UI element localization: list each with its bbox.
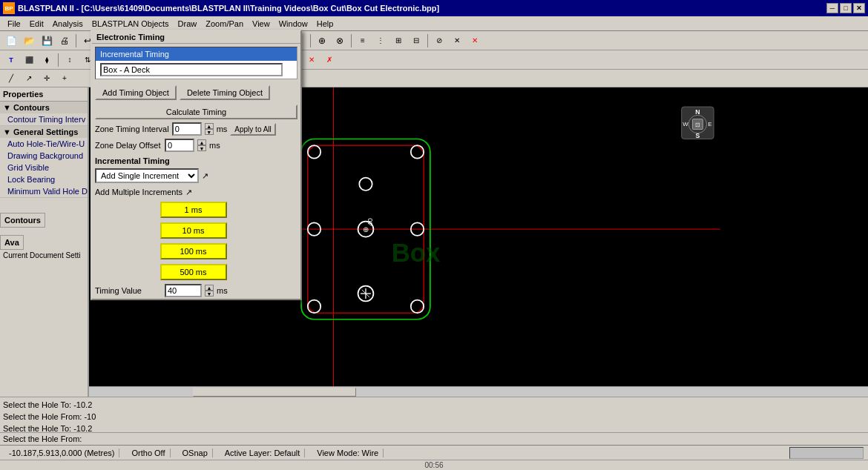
h-scrollbar-thumb[interactable]: [193, 388, 356, 397]
svg-text:⊡: ⊡: [695, 122, 700, 128]
select-line-0: Select the Hole To: -10.2: [3, 399, 865, 411]
timing-value-spinners: ▲ ▼: [205, 285, 214, 297]
available-tab[interactable]: Ava: [0, 235, 24, 250]
calculate-timing-row: Calculate Timing: [92, 103, 300, 121]
menu-view[interactable]: View: [248, 18, 274, 30]
ortho-status[interactable]: Ortho Off: [127, 449, 170, 457]
contours-group-header[interactable]: ▼ Contours: [0, 102, 88, 113]
expand-icon: ▼: [3, 103, 11, 112]
menu-help[interactable]: Help: [312, 18, 338, 30]
tb2-2[interactable]: ⬛: [21, 52, 37, 68]
svg-text:⊕: ⊕: [363, 225, 369, 234]
tb-t13[interactable]: ✕: [449, 33, 465, 49]
drawing-bg-item[interactable]: Drawing Background: [0, 150, 88, 162]
timing-value-input[interactable]: [165, 284, 202, 297]
tb-t12[interactable]: ⊘: [431, 33, 447, 49]
grid-visible-item[interactable]: Grid Visible: [0, 162, 88, 173]
sep5: [310, 34, 311, 47]
h-scrollbar[interactable]: [89, 386, 868, 397]
contours-tab[interactable]: Contours: [0, 213, 45, 228]
zone-delay-label: Zone Delay Offset: [95, 141, 162, 150]
content-area: Properties ▼ Contours Contour Timing Int…: [0, 87, 868, 397]
layer-status: Active Layer: Default: [220, 449, 306, 457]
tb-t6[interactable]: ⊕: [314, 33, 330, 49]
svg-text:Box: Box: [392, 239, 441, 267]
tb2-18[interactable]: ✗: [321, 52, 338, 68]
menu-edit[interactable]: Edit: [25, 18, 48, 30]
add-single-icon: ↗: [202, 171, 208, 181]
infobar: 00:56: [0, 460, 868, 470]
zone-delay-down[interactable]: ▼: [197, 145, 206, 151]
titlebar: BP BLASTPLAN II - [C:\Users\61409\Docume…: [0, 0, 868, 16]
tb3-3[interactable]: ✛: [39, 70, 55, 87]
tb2-3[interactable]: ⧫: [39, 52, 55, 68]
tb2-17[interactable]: ✕: [303, 52, 320, 68]
tb3-1[interactable]: ╱: [3, 70, 19, 87]
zone-timing-down[interactable]: ▼: [205, 129, 214, 135]
minimize-button[interactable]: ─: [826, 3, 838, 13]
tb-t14[interactable]: ✕: [467, 33, 483, 49]
tb-t7[interactable]: ⊗: [332, 33, 348, 49]
timing-value-unit: ms: [217, 286, 228, 295]
zone-timing-up[interactable]: ▲: [205, 123, 214, 129]
tb-t9[interactable]: ⋮: [372, 33, 389, 49]
menu-file[interactable]: File: [3, 18, 25, 30]
auto-hole-tie-item[interactable]: Auto Hole-Tie/Wire-U: [0, 138, 88, 150]
contour-timing-item[interactable]: Contour Timing Interv: [0, 113, 88, 125]
timing-100ms-button[interactable]: 100 ms: [160, 243, 227, 259]
zone-timing-spinners: ▲ ▼: [205, 123, 214, 135]
tb-print[interactable]: 🖨: [56, 33, 73, 49]
tb3-4[interactable]: +: [56, 70, 73, 87]
timing-value-down[interactable]: ▼: [205, 291, 214, 297]
sep7: [427, 34, 428, 47]
zone-delay-up[interactable]: ▲: [197, 139, 206, 145]
tb2-1[interactable]: T: [3, 52, 19, 68]
statusbar: -10.187,5.913,0.000 (Metres) Ortho Off O…: [0, 445, 868, 460]
tb-t8[interactable]: ≡: [355, 33, 371, 49]
menu-objects[interactable]: BLASTPLAN Objects: [88, 18, 174, 30]
timing-500ms-button[interactable]: 500 ms: [160, 264, 227, 280]
tb3-2[interactable]: ↗: [21, 70, 37, 87]
timing-value-up[interactable]: ▲: [205, 285, 214, 291]
mode-status: View Mode: Wire: [312, 449, 384, 457]
menu-draw[interactable]: Draw: [174, 18, 202, 30]
tb2-4[interactable]: ↕: [62, 52, 78, 68]
svg-rect-0: [237, 87, 720, 397]
osnap-status[interactable]: OSnap: [178, 449, 213, 457]
menu-zoomspan[interactable]: Zoom/Pan: [201, 18, 248, 30]
current-doc-label: Current Document Setti: [0, 250, 88, 261]
incremental-timing-label: Incremental Timing: [92, 153, 300, 167]
status-progress-bar: [789, 447, 864, 459]
menu-window[interactable]: Window: [274, 18, 312, 30]
app-icon: BP: [3, 2, 15, 14]
lock-bearing-item[interactable]: Lock Bearing: [0, 173, 88, 185]
svg-text:W: W: [683, 121, 688, 128]
calculate-timing-button[interactable]: Calculate Timing: [95, 105, 297, 119]
tb-save[interactable]: 💾: [39, 33, 55, 49]
add-single-select[interactable]: Add Single Increment: [95, 168, 199, 183]
menu-analysis[interactable]: Analysis: [48, 18, 88, 30]
restore-button[interactable]: □: [840, 3, 852, 13]
tb-t10[interactable]: ⊞: [390, 33, 407, 49]
delete-timing-button[interactable]: Delete Timing Object: [180, 87, 270, 100]
zone-timing-label: Zone Timing Interval: [95, 125, 169, 133]
general-settings-header[interactable]: ▼ General Settings: [0, 126, 88, 138]
timing-1ms-button[interactable]: 1 ms: [160, 202, 227, 218]
electronic-timing-panel: Electronic Timing Incremental Timing Add…: [91, 87, 302, 300]
tb-open[interactable]: 📂: [21, 33, 37, 49]
close-button[interactable]: ✕: [853, 3, 865, 13]
tb-t11[interactable]: ⊟: [408, 33, 424, 49]
coords-status: -10.187,5.913,0.000 (Metres): [4, 449, 119, 457]
svg-text:E: E: [708, 121, 711, 128]
timing-action-buttons: Add Timing Object Delete Timing Object: [92, 87, 300, 103]
zone-timing-input[interactable]: [172, 122, 202, 136]
zone-delay-spinners: ▲ ▼: [197, 139, 206, 151]
tb-new[interactable]: 📄: [3, 33, 19, 49]
apply-to-all-button[interactable]: Apply to All: [230, 123, 275, 136]
app: BP BLASTPLAN II - [C:\Users\61409\Docume…: [0, 0, 868, 470]
timing-10ms-button[interactable]: 10 ms: [160, 222, 227, 239]
min-valid-hole-item[interactable]: Minimum Valid Hole D: [0, 185, 88, 197]
add-timing-button[interactable]: Add Timing Object: [95, 87, 177, 100]
zone-delay-input[interactable]: [165, 139, 194, 152]
app-title: BLASTPLAN II - [C:\Users\61409\Documents…: [18, 4, 439, 13]
